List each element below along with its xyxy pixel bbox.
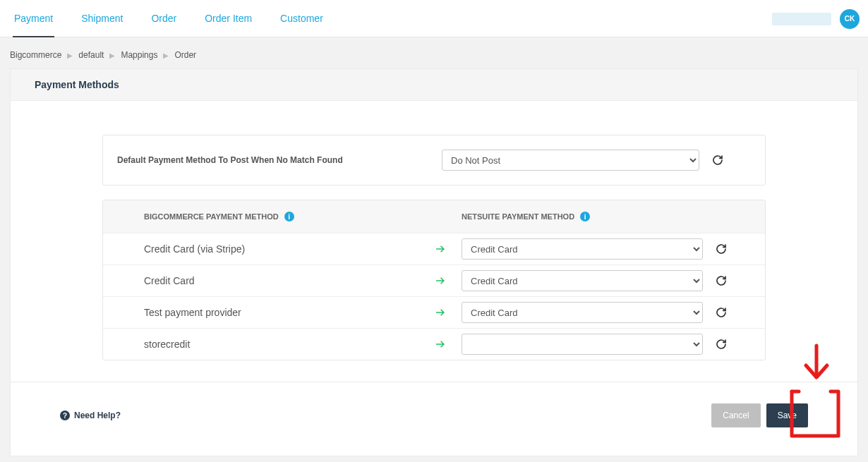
tab-order[interactable]: Order [137, 0, 191, 37]
section-title: Payment Methods [11, 69, 857, 101]
ns-method-select[interactable]: Credit Card [462, 302, 703, 323]
bc-method: Credit Card [103, 275, 419, 286]
crumb-default[interactable]: default [78, 50, 104, 60]
refresh-icon[interactable] [716, 307, 727, 318]
need-help-link[interactable]: ? Need Help? [60, 411, 121, 420]
chevron-right-icon: ▶ [109, 51, 115, 59]
crumb-mappings[interactable]: Mappings [121, 50, 157, 60]
top-bar: Payment Shipment Order Order Item Custom… [0, 0, 868, 37]
ns-method-select[interactable]: Credit Card [462, 238, 703, 260]
table-row: Credit Card Credit Card [103, 265, 765, 297]
tab-shipment[interactable]: Shipment [67, 0, 137, 37]
default-payment-row: Default Payment Method To Post When No M… [102, 135, 766, 186]
refresh-icon[interactable] [716, 275, 727, 286]
tab-customer[interactable]: Customer [266, 0, 337, 37]
payment-methods-panel: Payment Methods Default Payment Method T… [10, 68, 858, 382]
refresh-icon[interactable] [712, 154, 723, 166]
save-button[interactable]: Save [766, 403, 808, 427]
arrow-right-icon [419, 243, 462, 255]
help-icon: ? [60, 411, 70, 420]
col-ns-label: NETSUITE PAYMENT METHOD [462, 212, 574, 221]
table-row: Credit Card (via Stripe) Credit Card [103, 233, 765, 265]
need-help-label: Need Help? [74, 411, 121, 420]
mapping-table: BIGCOMMERCE PAYMENT METHOD i NETSUITE PA… [102, 200, 766, 360]
col-bc-label: BIGCOMMERCE PAYMENT METHOD [144, 212, 279, 221]
cancel-button[interactable]: Cancel [711, 403, 760, 427]
default-payment-select[interactable]: Do Not Post [442, 150, 699, 171]
bc-method: Test payment provider [103, 307, 419, 318]
refresh-icon[interactable] [716, 243, 727, 255]
avatar[interactable]: CK [840, 9, 860, 29]
panel-footer: ? Need Help? Cancel Save [10, 382, 858, 456]
chevron-right-icon: ▶ [67, 51, 73, 59]
bc-method: Credit Card (via Stripe) [103, 243, 419, 255]
breadcrumb: Bigcommerce ▶ default ▶ Mappings ▶ Order [0, 37, 868, 68]
tab-bar: Payment Shipment Order Order Item Custom… [0, 0, 337, 37]
table-header: BIGCOMMERCE PAYMENT METHOD i NETSUITE PA… [103, 200, 765, 233]
crumb-order[interactable]: Order [174, 50, 196, 60]
crumb-bigcommerce[interactable]: Bigcommerce [10, 50, 61, 60]
chevron-right-icon: ▶ [163, 51, 169, 59]
tab-order-item[interactable]: Order Item [191, 0, 266, 37]
arrow-right-icon [419, 274, 462, 287]
default-payment-label: Default Payment Method To Post When No M… [117, 155, 442, 165]
bc-method: storecredit [103, 339, 419, 350]
tab-payment[interactable]: Payment [0, 0, 67, 37]
search-placeholder[interactable] [772, 13, 831, 25]
info-icon[interactable]: i [284, 212, 294, 221]
arrow-right-icon [419, 306, 462, 319]
ns-method-select[interactable] [462, 334, 703, 355]
info-icon[interactable]: i [580, 212, 590, 221]
table-row: Test payment provider Credit Card [103, 297, 765, 329]
refresh-icon[interactable] [716, 339, 727, 350]
arrow-right-icon [419, 338, 462, 351]
ns-method-select[interactable]: Credit Card [462, 270, 703, 291]
table-row: storecredit [103, 329, 765, 360]
